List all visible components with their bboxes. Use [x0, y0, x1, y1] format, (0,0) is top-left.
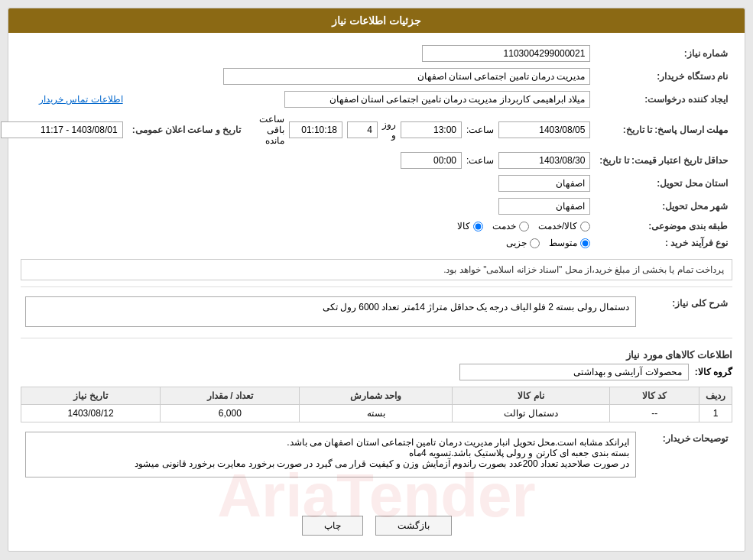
radio-kala[interactable]: کالا — [457, 221, 483, 231]
col-name-kala: نام کالا — [452, 387, 610, 405]
divider-1 — [21, 286, 732, 287]
radio-motovaset[interactable]: متوسط — [549, 238, 590, 248]
page-title: جزئیات اطلاعات نیاز — [8, 8, 745, 33]
group-kala-value: محصولات آرایشی و بهداشتی — [459, 364, 689, 380]
tabaqe-label: طبقه بندی موضوعی: — [595, 218, 732, 235]
name-dastgah-input — [223, 68, 590, 85]
hodaqal-tarikh-label: حداقل تاریخ اعتبار قیمت: تا تاریخ: — [595, 149, 732, 172]
group-kala-label: گروه کالا: — [695, 367, 732, 377]
shomare-niaz-input — [422, 45, 590, 62]
ettelaat-tamas-link[interactable]: اطلاعات تماس خریدار — [39, 94, 123, 105]
ijad-konande-input — [284, 91, 590, 108]
ettelaat-kala-title: اطلاعات کالاهای مورد نیاز — [21, 345, 732, 364]
sharh-koli-value: دستمال رولی بسته 2 فلو الیاف درجه یک حدا… — [25, 296, 636, 327]
group-kala-row: گروه کالا: محصولات آرایشی و بهداشتی — [21, 364, 732, 380]
mohlat-saat-label: ساعت: — [466, 125, 494, 135]
col-radif: ردیف — [699, 387, 732, 405]
info-table: شماره نیاز: نام دستگاه خریدار: ایجاد کنن… — [0, 42, 732, 251]
mohlat-roz-label: روز و — [382, 119, 396, 141]
hodaqal-saat-label: ساعت: — [466, 155, 494, 166]
nooe-farayand-label: نوع فرآیند خرید : — [595, 235, 732, 251]
buttons-row: بازگشت چاپ — [21, 516, 732, 536]
mohlat-saat-input — [401, 121, 462, 138]
tosihaat-table: توصیحات خریدار: ایرانکد مشابه است.محل تح… — [21, 429, 732, 481]
radio-khadamat[interactable]: خدمت — [492, 221, 529, 231]
goods-table: ردیف کد کالا نام کالا واحد شمارش تعداد /… — [21, 387, 732, 422]
sharh-koli-label: شرح کلی نیاز: — [641, 293, 732, 330]
tarikh-elan-label: تاریخ و ساعت اعلان عمومی: — [128, 111, 245, 149]
radio-jozyi[interactable]: جزیی — [506, 238, 540, 248]
mohlat-roz-input — [347, 121, 378, 138]
hodaqal-saat-input — [401, 152, 462, 169]
mohlat-ersal-label: مهلت ارسال پاسخ: تا تاریخ: — [595, 111, 732, 149]
mohlat-date-input — [498, 121, 590, 138]
radio-kala-khadamat[interactable]: کالا/خدمت — [538, 221, 590, 231]
table-row: 1--دستمال توالتبسته6,0001403/08/12 — [21, 405, 732, 422]
ostan-input — [498, 175, 590, 192]
chap-button[interactable]: چاپ — [302, 516, 363, 536]
col-tarikh: تاریخ نیاز — [21, 387, 161, 405]
payment-note: پرداخت تمام یا بخشی از مبلغ خرید،از محل … — [21, 259, 732, 280]
bazgasht-button[interactable]: بازگشت — [375, 516, 452, 536]
mohlat-baqi-label: ساعت باقی مانده — [259, 114, 284, 146]
shahr-label: شهر محل تحویل: — [595, 195, 732, 218]
col-tedad: تعداد / مقدار — [161, 387, 300, 405]
col-vahed: واحد شمارش — [300, 387, 452, 405]
mohlat-baqi-input — [289, 121, 342, 138]
ostan-label: استان محل تحویل: — [595, 172, 732, 195]
shomare-niaz-label: شماره نیاز: — [595, 42, 732, 65]
name-dastgah-label: نام دستگاه خریدار: — [595, 65, 732, 88]
divider-2 — [21, 338, 732, 338]
sharh-table: شرح کلی نیاز: دستمال رولی بسته 2 فلو الی… — [21, 293, 732, 330]
tosihaat-label: توصیحات خریدار: — [641, 429, 732, 481]
ijad-konande-label: ایجاد کننده درخواست: — [595, 88, 732, 111]
tarikh-elan-input — [1, 121, 123, 138]
shahr-input — [498, 198, 590, 215]
hodaqal-date-input — [498, 152, 590, 169]
col-kod-kala: کد کالا — [610, 387, 699, 405]
tosihaat-value: ایرانکد مشابه است.محل تحویل انبار مدیریت… — [25, 432, 636, 477]
